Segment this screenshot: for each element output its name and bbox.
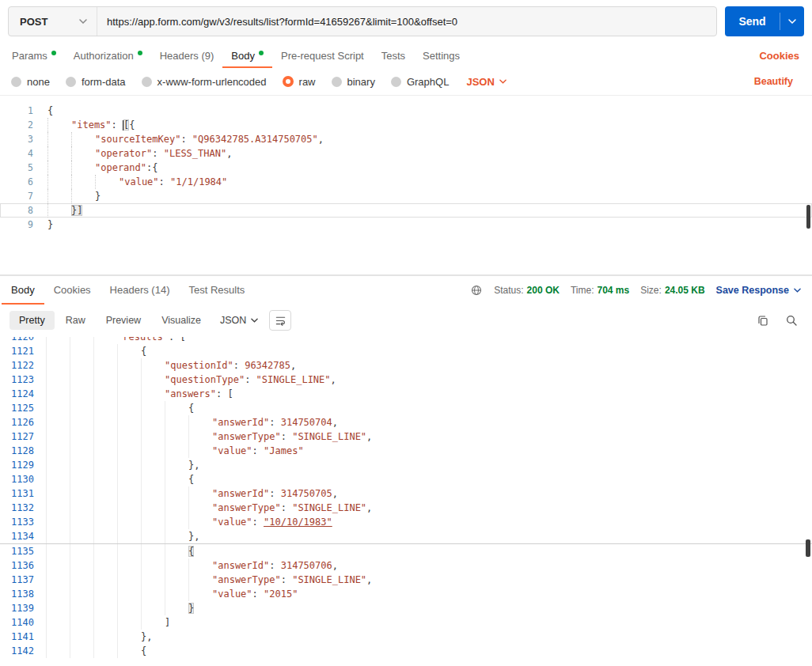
indent-guide [47,203,71,218]
response-tab-test-results[interactable]: Test Results [179,276,254,305]
indent-guide [165,501,188,515]
view-tab-pretty[interactable]: Pretty [9,311,55,330]
size-label: Size: [640,285,662,296]
code-text: "value": "James" [46,444,812,458]
indent-guide [47,118,71,132]
code-text: "value": "1/1/1984" [47,175,812,189]
radio-label: x-www-form-urlencoded [157,76,267,88]
code-line-1135: 1135{ [0,543,812,558]
line-number: 6 [0,175,47,189]
indent-guide [70,544,93,558]
line-number: 1121 [0,344,46,358]
indent-guide [117,630,141,644]
indent-guide [93,415,117,429]
indent-guide [141,458,165,472]
indent-guide [141,429,165,444]
indent-guide [93,601,117,615]
indent-guide [70,387,93,401]
indent-guide [46,515,70,529]
wrap-text-button[interactable] [269,310,291,331]
code-text: "results": [ [46,337,812,344]
request-code-lines: 1{2"items": [{3"sourceItemKey": "Q963427… [0,104,812,232]
save-response-button[interactable]: Save Response [716,285,801,296]
body-type-option-raw[interactable]: raw [283,76,316,88]
response-body-viewer[interactable]: 1120"results": [1121{1122"questionId": 9… [0,337,812,664]
indent-guide [93,544,117,558]
body-type-option-binary[interactable]: binary [332,76,375,88]
response-tab-body[interactable]: Body [2,276,44,305]
code-line-1137: 1137"answerType": "SINGLE_LINE", [0,573,812,587]
body-type-option-none[interactable]: none [11,76,50,88]
indent-guide [141,587,165,601]
scrollbar-thumb[interactable] [806,539,810,557]
body-type-option-x-www-form-urlencoded[interactable]: x-www-form-urlencoded [142,76,267,88]
response-format-select[interactable]: JSON [220,315,258,326]
code-line-1139: 1139} [0,601,812,615]
request-tab-authorization[interactable]: Authorization [65,43,151,68]
search-button[interactable] [785,314,798,327]
code-line-1120: 1120"results": [ [0,337,812,344]
indent-guide [46,415,70,429]
indent-guide [70,501,93,515]
code-line-6: 6"value": "1/1/1984" [0,175,812,189]
send-button[interactable]: Send [725,6,804,36]
request-tab-params[interactable]: Params [3,43,65,68]
indent-guide [46,429,70,444]
code-text: { [46,344,812,358]
send-options-button[interactable] [780,19,804,24]
indent-guide [46,458,70,472]
copy-button[interactable] [757,314,769,327]
indent-guide [70,337,93,344]
indent-guide [93,587,117,601]
view-tab-visualize[interactable]: Visualize [152,311,211,330]
body-type-option-graphql[interactable]: GraphQL [391,76,449,88]
view-tab-preview[interactable]: Preview [97,311,150,330]
request-tab-pre-request-script[interactable]: Pre-request Script [272,43,373,68]
time-indicator: Time: 704 ms [571,285,629,296]
status-value: 200 OK [527,285,560,296]
request-tab-body[interactable]: Body [222,43,272,68]
line-number: 1141 [0,630,46,644]
indent-guide [165,429,188,444]
tab-label: Headers (9) [160,50,214,62]
indent-guide [47,146,71,161]
indent-guide [188,587,212,601]
request-body-editor[interactable]: 1{2"items": [{3"sourceItemKey": "Q963427… [0,95,812,275]
code-text: ] [46,615,812,630]
beautify-link[interactable]: Beautify [754,76,801,87]
code-line-1127: 1127"answerType": "SINGLE_LINE", [0,429,812,444]
request-tab-tests[interactable]: Tests [373,43,414,68]
request-tabs: ParamsAuthorizationHeaders (9)BodyPre-re… [0,43,812,68]
scrollbar-thumb[interactable] [806,205,810,229]
size-value: 24.05 KB [665,285,705,296]
cookies-link[interactable]: Cookies [759,50,809,62]
response-tab-headers-14[interactable]: Headers (14) [101,276,180,305]
request-tab-settings[interactable]: Settings [414,43,469,68]
body-type-row: noneform-datax-www-form-urlencodedrawbin… [0,68,812,95]
response-tab-cookies[interactable]: Cookies [44,276,101,305]
radio-label: form-data [82,76,126,88]
response-meta: Status: 200 OK Time: 704 ms Size: 24.05 … [470,284,810,297]
radio-label: raw [299,76,316,88]
indent-guide [165,401,188,415]
network-info-icon[interactable] [470,284,483,297]
line-number: 1120 [0,337,46,344]
indent-guide [93,573,117,587]
line-number: 7 [0,189,47,203]
url-input[interactable] [97,16,716,28]
code-text: "answerId": 314750706, [46,558,812,573]
method-selector[interactable]: POST [9,7,97,36]
code-text: "answerType": "SINGLE_LINE", [46,501,812,515]
line-number: 1130 [0,472,46,486]
indent-guide [141,387,165,401]
indent-guide [93,358,117,373]
body-format-select[interactable]: JSON [466,76,506,88]
request-tab-headers-9[interactable]: Headers (9) [151,43,223,68]
view-tab-raw[interactable]: Raw [56,311,95,330]
indent-guide [165,558,188,573]
request-tabs-list: ParamsAuthorizationHeaders (9)BodyPre-re… [3,43,469,68]
code-line-1128: 1128"value": "James" [0,444,812,458]
body-type-option-form-data[interactable]: form-data [66,76,126,88]
code-line-5: 5"operand":{ [0,161,812,175]
code-line-1129: 1129}, [0,458,812,472]
